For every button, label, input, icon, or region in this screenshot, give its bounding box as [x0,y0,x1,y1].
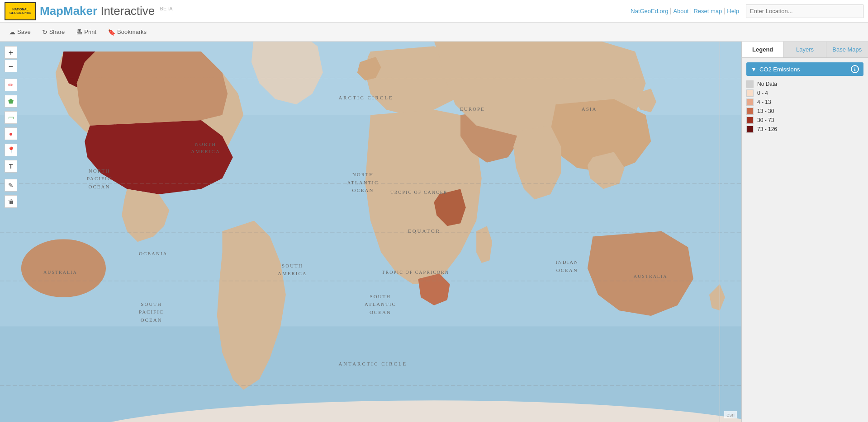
co2-info-icon[interactable]: ℹ [851,65,859,73]
pin-icon: 📍 [7,146,15,154]
map-tools: + − ✏ ⬟ ▭ ● 📍 T ✎ 🗑 [5,46,17,208]
co2-layer-title: CO2 Emissions [759,66,800,73]
label-0-4: 0 - 4 [757,90,768,96]
label-13-30: 13 - 30 [757,108,774,114]
map-container[interactable]: ARCTIC CIRCLE NORTHAMERICA NORTHPACIFICO… [0,42,868,422]
logo-area: NATIONAL GEOGRAPHIC MapMaker Interactive… [5,2,172,20]
legend-item-4-13: 4 - 13 [746,98,863,106]
svg-point-4 [21,239,106,297]
polygon-icon: ⬟ [8,98,14,105]
circle-tool[interactable]: ● [5,127,17,140]
share-button[interactable]: ↻ Share [38,27,70,38]
help-link[interactable]: Help [725,8,741,14]
share-icon: ↻ [42,28,47,36]
location-input[interactable] [746,5,863,18]
tab-layers[interactable]: Layers [784,42,826,57]
label-30-73: 30 - 73 [757,117,774,123]
edit-icon: ✎ [8,182,14,189]
panel-tabs: Legend Layers Base Maps [742,42,868,58]
swatch-73-126 [746,126,754,133]
legend-item-30-73: 30 - 73 [746,117,863,124]
legend-item-0-4: 0 - 4 [746,89,863,97]
swatch-0-4 [746,89,754,97]
zoom-in-button[interactable]: + [5,46,17,59]
text-icon: T [9,163,13,170]
chevron-icon: ▼ [751,66,757,73]
about-link[interactable]: About [671,8,691,14]
nodata-label: No Data [757,81,777,87]
app-title: MapMaker Interactive BETA [40,4,172,18]
legend-item-73-126: 73 - 126 [746,126,863,133]
delete-tool[interactable]: 🗑 [5,195,17,208]
delete-icon: 🗑 [8,198,14,205]
natgeoed-link[interactable]: NatGeoEd.org [628,8,671,14]
header-links: NatGeoEd.org About Reset map Help [628,8,741,14]
rectangle-icon: ▭ [8,114,14,121]
pencil-tool[interactable]: ✏ [5,79,17,91]
map-svg [0,42,868,422]
rectangle-tool[interactable]: ▭ [5,111,17,124]
polygon-tool[interactable]: ⬟ [5,95,17,108]
text-tool[interactable]: T [5,160,17,173]
swatch-13-30 [746,108,754,115]
right-panel: Legend Layers Base Maps ▼ CO2 Emissions … [741,42,868,422]
ng-logo: NATIONAL GEOGRAPHIC [5,2,36,20]
save-icon: ☁ [9,28,15,36]
bookmarks-icon: 🔖 [108,28,115,36]
esri-attribution: esri [724,411,737,418]
label-73-126: 73 - 126 [757,126,777,132]
panel-content: ▼ CO2 Emissions ℹ No Data 0 - 4 4 - 13 [742,58,868,139]
print-icon: 🖶 [76,28,82,36]
print-button[interactable]: 🖶 Print [71,27,101,38]
swatch-30-73 [746,117,754,124]
legend-items: No Data 0 - 4 4 - 13 13 - 30 30 - 73 [746,80,863,133]
tab-legend[interactable]: Legend [742,42,784,57]
circle-icon: ● [9,130,13,137]
label-4-13: 4 - 13 [757,99,771,105]
co2-layer-toggle[interactable]: ▼ CO2 Emissions ℹ [746,62,863,76]
edit-tool[interactable]: ✎ [5,179,17,192]
tab-basemaps[interactable]: Base Maps [826,42,868,57]
swatch-4-13 [746,98,754,106]
toolbar: ☁ Save ↻ Share 🖶 Print 🔖 Bookmarks [0,23,868,42]
header: NATIONAL GEOGRAPHIC MapMaker Interactive… [0,0,868,23]
nodata-swatch [746,80,754,88]
pin-tool[interactable]: 📍 [5,144,17,156]
save-button[interactable]: ☁ Save [5,27,35,38]
legend-item-13-30: 13 - 30 [746,108,863,115]
zoom-out-button[interactable]: − [5,60,17,72]
pencil-icon: ✏ [8,81,14,89]
legend-item-nodata: No Data [746,80,863,88]
bookmarks-button[interactable]: 🔖 Bookmarks [103,27,151,38]
beta-badge: BETA [160,6,173,11]
reset-map-link[interactable]: Reset map [691,8,725,14]
